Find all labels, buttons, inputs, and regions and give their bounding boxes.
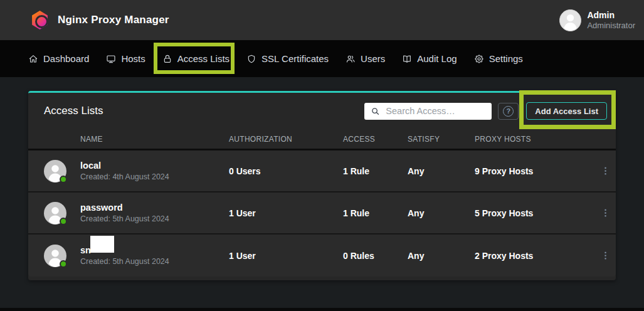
created-date: Created: 5th August 2024	[80, 257, 229, 266]
home-icon	[28, 54, 38, 64]
access-list-name: local	[80, 161, 229, 171]
access-value: 1 Rule	[343, 166, 408, 176]
access-lists-panel: Access Lists ? Add Access List NAMEAUTHO…	[28, 91, 616, 280]
nav-item-settings[interactable]: Settings	[474, 53, 523, 64]
row-menu-kebab-icon[interactable]	[597, 248, 613, 264]
proxy-hosts-value: 2 Proxy Hosts	[475, 251, 594, 261]
column-header: ACCESS	[343, 135, 408, 144]
table-header-row: NAMEAUTHORIZATIONACCESSSATISFYPROXY HOST…	[28, 129, 616, 150]
nav-item-label: SSL Certificates	[261, 53, 329, 64]
help-button[interactable]: ?	[498, 103, 519, 120]
proxy-hosts-value: 9 Proxy Hosts	[475, 166, 594, 176]
satisfy-value: Any	[408, 208, 475, 218]
nav-item-ssl-certificates[interactable]: SSL Certificates	[246, 53, 329, 64]
user-menu[interactable]: Admin Administrator	[559, 9, 635, 31]
created-date: Created: 4th August 2024	[80, 172, 229, 181]
nav-item-dashboard[interactable]: Dashboard	[28, 53, 89, 64]
nav-item-audit-log[interactable]: Audit Log	[402, 53, 457, 64]
column-header: AUTHORIZATION	[229, 135, 343, 144]
search-icon	[371, 107, 380, 116]
add-access-list-button[interactable]: Add Access List	[526, 102, 607, 120]
gear-icon	[474, 54, 484, 64]
search-box	[364, 103, 492, 120]
person-silhouette-icon	[559, 9, 581, 31]
access-list-name: password	[80, 203, 229, 213]
user-name: Admin	[587, 9, 635, 21]
redaction-box	[90, 236, 114, 253]
nav-item-label: Users	[361, 53, 385, 64]
nav-item-users[interactable]: Users	[346, 53, 385, 64]
help-circle-icon: ?	[503, 106, 514, 117]
avatar	[44, 202, 66, 224]
avatar	[44, 160, 66, 182]
nav-item-hosts[interactable]: Hosts	[106, 53, 145, 64]
app-header: Nginx Proxy Manager Admin Administrator	[0, 0, 644, 40]
nav-item-label: Access Lists	[177, 53, 230, 64]
users-icon	[346, 54, 356, 64]
column-header: NAME	[80, 135, 229, 144]
status-online-dot	[60, 176, 67, 183]
column-header: PROXY HOSTS	[475, 135, 594, 144]
nav-item-access-lists[interactable]: Access Lists	[162, 53, 230, 64]
avatar	[44, 245, 66, 267]
window-bottom-edge	[0, 308, 644, 311]
main-nav: DashboardHostsAccess ListsSSL Certificat…	[0, 40, 644, 77]
npm-logo-icon	[31, 11, 48, 29]
table-row: snCreated: 5th August 20241 User0 RulesA…	[28, 235, 616, 277]
status-online-dot	[60, 218, 67, 225]
lock-icon	[162, 54, 172, 64]
book-icon	[402, 54, 412, 64]
proxy-hosts-value: 5 Proxy Hosts	[475, 208, 594, 218]
user-role: Administrator	[587, 21, 635, 31]
monitor-icon	[106, 54, 116, 64]
table-body: localCreated: 4th August 20240 Users1 Ru…	[28, 150, 616, 277]
row-menu-kebab-icon[interactable]	[597, 205, 613, 221]
column-header: SATISFY	[408, 135, 475, 144]
table-row: localCreated: 4th August 20240 Users1 Ru…	[28, 150, 616, 192]
row-menu-kebab-icon[interactable]	[597, 163, 613, 179]
authorization-value: 1 User	[229, 208, 343, 218]
access-value: 1 Rule	[343, 208, 408, 218]
nav-item-label: Settings	[489, 53, 523, 64]
satisfy-value: Any	[408, 166, 475, 176]
panel-title: Access Lists	[44, 105, 103, 117]
panel-header: Access Lists ? Add Access List	[28, 93, 616, 129]
table-row: passwordCreated: 5th August 20241 User1 …	[28, 192, 616, 235]
nav-item-label: Dashboard	[43, 53, 89, 64]
authorization-value: 0 Users	[229, 166, 343, 176]
user-avatar	[559, 9, 581, 31]
status-online-dot	[60, 260, 67, 268]
authorization-value: 1 User	[229, 251, 343, 261]
shield-icon	[246, 54, 256, 64]
satisfy-value: Any	[408, 251, 475, 261]
app-title: Nginx Proxy Manager	[58, 14, 169, 26]
search-input[interactable]	[364, 103, 492, 120]
nav-item-label: Hosts	[121, 53, 145, 64]
created-date: Created: 5th August 2024	[80, 214, 229, 223]
access-value: 0 Rules	[343, 251, 408, 261]
nav-item-label: Audit Log	[417, 53, 457, 64]
app-brand[interactable]: Nginx Proxy Manager	[31, 0, 169, 40]
